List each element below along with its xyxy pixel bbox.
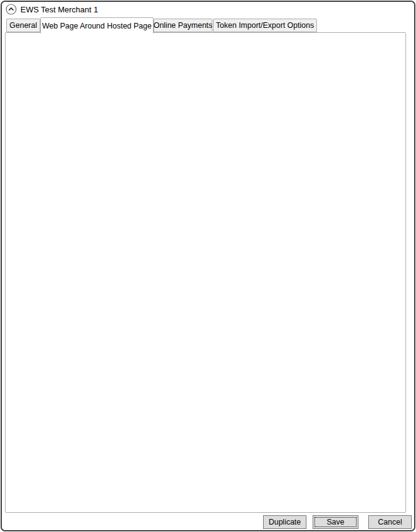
tab-web-page-label: Web Page Around Hosted Page	[42, 22, 152, 30]
tab-online-payments[interactable]: Online Payments	[154, 19, 212, 32]
save-button[interactable]: Save	[313, 515, 358, 529]
collapse-expander-button[interactable]	[6, 4, 17, 15]
cancel-button[interactable]: Cancel	[368, 515, 412, 529]
tab-general-label: General	[9, 21, 37, 30]
tab-token-import-export[interactable]: Token Import/Export Options	[213, 19, 317, 32]
tab-general[interactable]: General	[6, 19, 40, 32]
duplicate-button[interactable]: Duplicate	[263, 515, 306, 529]
chevron-up-circle-icon	[6, 6, 17, 17]
tab-web-page-around-hosted-page[interactable]: Web Page Around Hosted Page	[40, 17, 154, 33]
tab-page-panel	[5, 32, 406, 513]
page-title: EWS Test Merchant 1	[20, 5, 98, 14]
tab-token-import-export-label: Token Import/Export Options	[216, 21, 314, 30]
tab-online-payments-label: Online Payments	[154, 21, 212, 30]
